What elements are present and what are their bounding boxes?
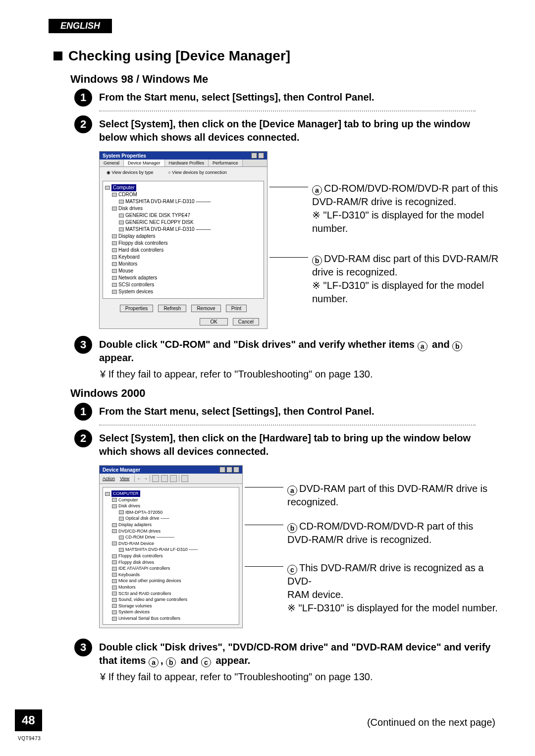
tree-item: Storage volumes — [118, 603, 152, 608]
tree-item: Monitors — [118, 261, 137, 267]
callout-c: cThis DVD-RAM/R drive is recognized as a… — [287, 561, 505, 615]
tree-item: CD-ROM Drive — [125, 535, 156, 540]
callout-text: CD-ROM/DVD-ROM/DVD-R part of this — [299, 521, 473, 532]
drive-icon — [119, 227, 124, 231]
window-control-icons — [219, 467, 239, 473]
monitor-icon — [112, 262, 117, 266]
floppy-icon — [112, 241, 117, 245]
drive-icon — [119, 536, 124, 540]
tree-item: MATSHITA DVD-RAM LF-D310 — [125, 547, 188, 552]
manual-page: ENGLISH Checking using [Device Manager] … — [0, 0, 535, 756]
drive-icon — [119, 214, 124, 217]
tree-item: Sound, video and game controllers — [118, 597, 187, 602]
dvdram-icon — [112, 541, 117, 545]
language-badge: ENGLISH — [49, 19, 112, 33]
callout-note: "LF-D310" is displayed for the model num… — [312, 209, 505, 235]
tree-item: MATSHITA DVD-RAM LF-D310 — [125, 199, 195, 204]
letter-b-icon: b — [166, 657, 176, 667]
callouts-win98: aCD-ROM/DVD-ROM/DVD-R part of this DVD-R… — [268, 151, 505, 323]
callout-text: drive is recognized. — [312, 266, 505, 279]
disk-icon — [112, 207, 117, 211]
step-3-text: Double click "CD-ROM" and "Disk drives" … — [99, 336, 495, 365]
forward-icon: → — [143, 476, 148, 481]
drive-icon — [119, 200, 124, 204]
tree-item: Disk drives — [118, 503, 140, 508]
keyboard-icon — [112, 573, 117, 577]
step-text-part: appear. — [99, 352, 134, 363]
dotted-separator — [99, 425, 476, 426]
callout-text: DVD-RAM/R drive is recognized. — [312, 195, 505, 209]
menu-view: View — [120, 476, 129, 481]
dialog-close-buttons: OK Cancel — [100, 315, 267, 328]
callout-text: This DVD-RAM/R drive is recognized as a … — [287, 562, 483, 587]
tree-item: GENERIC NEC FLOPPY DISK — [125, 219, 194, 225]
step-3-text: Double click "Disk drives", "DVD/CD-ROM … — [99, 639, 495, 667]
step-row: 1 From the Start menu, select [Settings]… — [74, 403, 505, 421]
step-1-text: From the Start menu, select [Settings], … — [99, 403, 374, 418]
drive-icon — [119, 548, 124, 552]
toolbar: Action View ← → — [100, 474, 242, 484]
document-code: VQT9473 — [18, 736, 41, 741]
cancel-button: Cancel — [233, 318, 259, 325]
refresh-button: Refresh — [158, 305, 186, 312]
step-2-text: Select [System], then click on the [Devi… — [99, 115, 495, 144]
toolbar-separator — [179, 475, 179, 482]
computer-icon — [105, 492, 110, 496]
drive-icon — [119, 220, 124, 224]
tree-item: IDE ATA/ATAPI controllers — [118, 566, 170, 571]
step-row: 2 Select [System], then click on the [Ha… — [74, 430, 505, 458]
system-icon — [112, 290, 117, 294]
step-number-3: 3 — [74, 336, 92, 354]
letter-a-icon: a — [287, 486, 297, 495]
callout-a: aCD-ROM/DVD-ROM/DVD-R part of this DVD-R… — [312, 182, 505, 235]
toolbar-separator — [150, 475, 150, 482]
window-control-icons — [251, 153, 264, 159]
step-text-part: and — [429, 339, 453, 350]
radio-by-type: View devices by type — [107, 170, 153, 175]
tree-item: Mice and other pointing devices — [118, 578, 181, 583]
floppy-ctrl-icon — [112, 554, 117, 558]
tree-item: CDROM — [118, 192, 137, 197]
back-icon: ← — [137, 476, 141, 481]
callout-note: "LF-D310" is displayed for the model num… — [287, 601, 505, 615]
step-number-2: 2 — [74, 115, 92, 133]
letter-c-icon: c — [287, 565, 297, 575]
device-tree: COMPUTER Computer Disk drives IBM-DPTA-3… — [103, 487, 239, 625]
computer-icon — [105, 186, 110, 190]
step-number-2: 2 — [74, 430, 92, 447]
drive-icon — [119, 517, 124, 521]
remove-button: Remove — [191, 305, 220, 312]
tree-item: Keyboard — [118, 254, 140, 260]
system-icon — [112, 610, 117, 614]
dialog-title: System Properties — [103, 153, 146, 159]
toolbar-button-icon — [181, 475, 188, 482]
tree-item: Display adapters — [118, 233, 155, 239]
tab-device-manager: Device Manager — [124, 160, 165, 166]
scsi-icon — [112, 283, 117, 287]
letter-a-icon: a — [312, 185, 322, 195]
letter-a-icon: a — [418, 341, 428, 351]
floppy-icon — [112, 560, 117, 564]
step-row: 1 From the Start menu, select [Settings]… — [74, 89, 505, 107]
display-icon — [112, 523, 117, 527]
print-button: Print — [226, 305, 247, 312]
step-number-3: 3 — [74, 639, 92, 656]
tree-item: Monitors — [118, 585, 136, 590]
cdrom-icon — [112, 193, 117, 197]
device-tree: Computer CDROM MATSHITA DVD-RAM LF-D310 … — [103, 181, 264, 299]
step-text-part: appear. — [213, 655, 251, 666]
tree-item: Keyboards — [118, 572, 140, 577]
tree-item: Display adapters — [118, 522, 152, 527]
dialog-titlebar: System Properties — [100, 152, 267, 160]
keyboard-icon — [112, 255, 117, 259]
minimize-icon — [219, 467, 225, 473]
menu-action: Action — [103, 476, 115, 481]
dotted-separator — [99, 110, 476, 111]
step-2-text: Select [System], then click on the [Hard… — [99, 430, 495, 458]
step-3-note: If they fail to appear, refer to "Troubl… — [100, 670, 505, 684]
step-row: 3 Double click "CD-ROM" and "Disk drives… — [74, 336, 505, 365]
tree-root: COMPUTER — [111, 490, 140, 497]
radio-by-connection: View devices by connection — [168, 170, 226, 175]
tree-item: Computer — [118, 497, 138, 502]
help-icon — [251, 153, 257, 159]
